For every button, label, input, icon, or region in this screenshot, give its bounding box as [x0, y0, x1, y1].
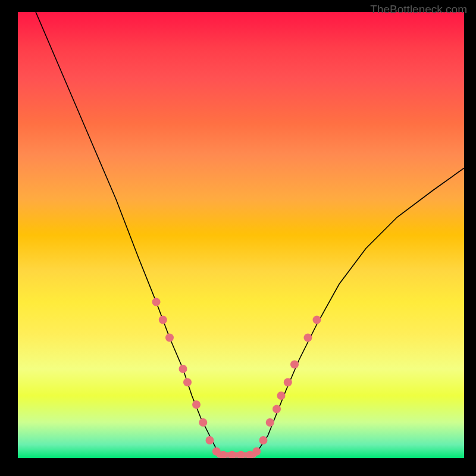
data-marker [273, 405, 281, 414]
data-marker [206, 436, 214, 444]
data-marker [199, 418, 207, 427]
data-marker [212, 447, 221, 456]
data-marker [266, 418, 274, 427]
data-marker [284, 378, 292, 387]
chart-svg-overlay [18, 12, 464, 458]
valley-floor-bar [217, 452, 257, 458]
marker-group [152, 298, 321, 459]
data-marker [219, 451, 227, 458]
data-marker [252, 447, 261, 456]
data-marker [313, 316, 321, 324]
data-marker [246, 451, 254, 458]
data-marker [277, 392, 286, 400]
data-marker [237, 451, 245, 458]
data-marker [228, 451, 236, 458]
data-marker [192, 400, 201, 409]
data-marker [259, 436, 268, 444]
data-marker [290, 361, 299, 369]
chart-plot-area [18, 12, 464, 458]
data-marker [159, 316, 167, 324]
data-marker [165, 334, 174, 342]
bottleneck-curve [36, 12, 464, 456]
data-marker [304, 334, 312, 342]
data-marker [183, 378, 192, 387]
data-marker [152, 298, 161, 306]
watermark-text: TheBottleneck.com [370, 3, 467, 16]
data-marker [179, 365, 187, 373]
